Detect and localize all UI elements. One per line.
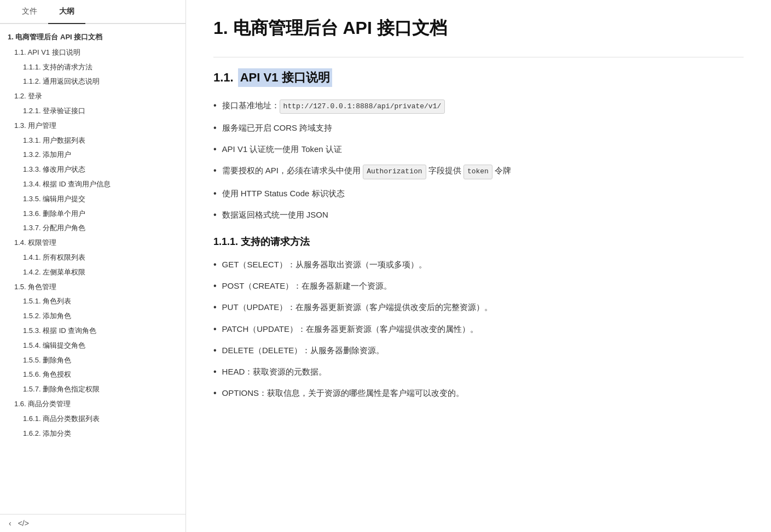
bullet-5-text: 使用 HTTP Status Code 标识状态 [222, 186, 345, 201]
bullet-4-text-after: 令牌 [495, 163, 511, 178]
list-item: GET（SELECT）：从服务器取出资源（一项或多项）。 [213, 257, 744, 272]
bullet-3-text: API V1 认证统一使用 Token 认证 [222, 142, 342, 156]
toc-item[interactable]: 1.3. 用户管理 [8, 119, 180, 133]
toc-item[interactable]: 1.5. 角色管理 [8, 280, 180, 295]
sidebar-toc: 1. 电商管理后台 API 接口文档1.1. API V1 接口说明1.1.1.… [0, 24, 185, 514]
toc-item[interactable]: 1.5.1. 角色列表 [8, 294, 180, 309]
list-item: POST（CREATE）：在服务器新建一个资源。 [213, 278, 744, 293]
list-item: HEAD：获取资源的元数据。 [213, 364, 744, 379]
tab-files[interactable]: 文件 [11, 0, 48, 24]
toc-item[interactable]: 1.4. 权限管理 [8, 236, 180, 250]
list-item: DELETE（DELETE）：从服务器删除资源。 [213, 343, 744, 358]
code-button[interactable]: </> [18, 519, 29, 528]
toc-item[interactable]: 1.1. API V1 接口说明 [8, 45, 180, 60]
toc-item[interactable]: 1.3.7. 分配用户角色 [8, 221, 180, 236]
list-item: PATCH（UPDATE）：在服务器更新资源（客户端提供改变的属性）。 [213, 321, 744, 336]
toc-item[interactable]: 1.5.3. 根据 ID 查询角色 [8, 324, 180, 338]
toc-item[interactable]: 1.2. 登录 [8, 89, 180, 104]
toc-item[interactable]: 1.4.1. 所有权限列表 [8, 250, 180, 265]
bullet-4-code1: Authorization [363, 165, 426, 179]
bullet-1-code: http://127.0.0.1:8888/api/private/v1/ [280, 100, 445, 114]
bullet-2-text: 服务端已开启 CORS 跨域支持 [222, 121, 333, 135]
toc-item[interactable]: 1.6.2. 添加分类 [8, 426, 180, 441]
bullet-3: API V1 认证统一使用 Token 认证 [213, 142, 744, 156]
page-title: 1. 电商管理后台 API 接口文档 [213, 16, 744, 40]
toc-item[interactable]: 1.6.1. 商品分类数据列表 [8, 412, 180, 426]
toc-item[interactable]: 1.6. 商品分类管理 [8, 397, 180, 412]
sidebar: 文件 大纲 1. 电商管理后台 API 接口文档1.1. API V1 接口说明… [0, 0, 186, 532]
main-content: 1. 电商管理后台 API 接口文档 1.1. API V1 接口说明 接口基准… [186, 0, 771, 532]
toc-item[interactable]: 1.4.2. 左侧菜单权限 [8, 265, 180, 280]
tab-outline[interactable]: 大纲 [48, 0, 85, 24]
toc-item[interactable]: 1.5.2. 添加角色 [8, 309, 180, 324]
toc-item[interactable]: 1.3.6. 删除单个用户 [8, 207, 180, 221]
bullet-6-text: 数据返回格式统一使用 JSON [222, 208, 328, 222]
bullet-4-text-middle: 字段提供 [428, 163, 461, 178]
section1-title-prefix: 1.1. [213, 71, 234, 85]
toc-item[interactable]: 1.5.4. 编辑提交角色 [8, 338, 180, 353]
section1-title: 1.1. API V1 接口说明 [213, 68, 744, 87]
bullet-4-code2: token [463, 165, 492, 179]
toc-item[interactable]: 1.2.1. 登录验证接口 [8, 104, 180, 119]
toc-item[interactable]: 1.5.6. 角色授权 [8, 367, 180, 382]
list-item: PUT（UPDATE）：在服务器更新资源（客户端提供改变后的完整资源）。 [213, 300, 744, 314]
bullet-4-text-before: 需要授权的 API，必须在请求头中使用 [222, 163, 361, 178]
toc-item[interactable]: 1.1.1. 支持的请求方法 [8, 60, 180, 75]
list-item: OPTIONS：获取信息，关于资源的哪些属性是客户端可以改变的。 [213, 385, 744, 400]
toc-item[interactable]: 1. 电商管理后台 API 接口文档 [8, 30, 180, 45]
toc-item[interactable]: 1.1.2. 通用返回状态说明 [8, 74, 180, 89]
bullet-6: 数据返回格式统一使用 JSON [213, 207, 744, 222]
bullet-1-text-before: 接口基准地址： [222, 98, 280, 113]
bullet-5: 使用 HTTP Status Code 标识状态 [213, 186, 744, 201]
toc-item[interactable]: 1.3.4. 根据 ID 查询用户信息 [8, 177, 180, 192]
section2-bullets: GET（SELECT）：从服务器取出资源（一项或多项）。POST（CREATE）… [213, 257, 744, 400]
sidebar-tabs: 文件 大纲 [0, 0, 185, 24]
prev-button[interactable]: ‹ [9, 519, 11, 528]
section2-title: 1.1.1. 支持的请求方法 [213, 235, 744, 248]
toc-item[interactable]: 1.3.1. 用户数据列表 [8, 133, 180, 148]
section1-title-text: API V1 接口说明 [238, 68, 332, 87]
sidebar-footer: ‹ </> [0, 514, 185, 532]
bullet-4: 需要授权的 API，必须在请求头中使用 Authorization 字段提供 t… [213, 163, 744, 179]
divider-1 [213, 57, 744, 57]
toc-item[interactable]: 1.3.3. 修改用户状态 [8, 162, 180, 177]
toc-item[interactable]: 1.5.5. 删除角色 [8, 353, 180, 368]
bullet-2: 服务端已开启 CORS 跨域支持 [213, 120, 744, 135]
toc-item[interactable]: 1.5.7. 删除角色指定权限 [8, 382, 180, 397]
toc-item[interactable]: 1.3.5. 编辑用户提交 [8, 192, 180, 207]
toc-item[interactable]: 1.3.2. 添加用户 [8, 148, 180, 162]
bullet-1: 接口基准地址： http://127.0.0.1:8888/api/privat… [213, 98, 744, 114]
section1-bullets: 接口基准地址： http://127.0.0.1:8888/api/privat… [213, 98, 744, 222]
